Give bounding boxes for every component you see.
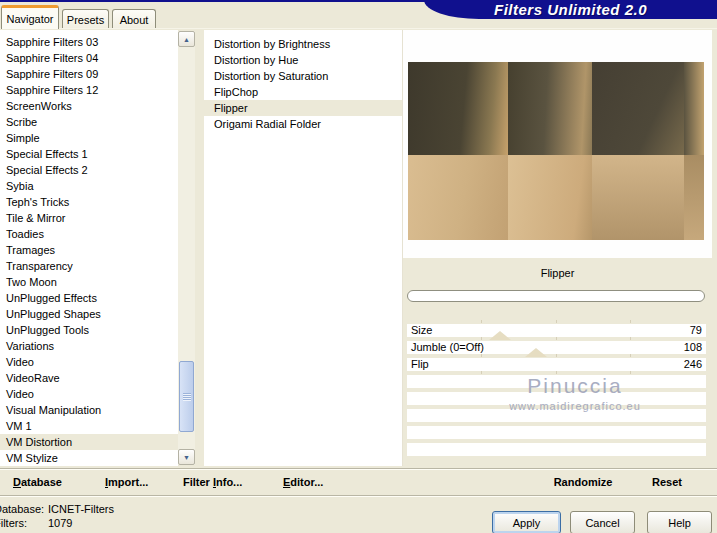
preview-cell: [408, 62, 508, 155]
slider-jumble-thumb[interactable]: [525, 348, 547, 357]
category-item[interactable]: Special Effects 1: [0, 146, 178, 162]
slider-tick: [556, 320, 557, 323]
filter-item-selected[interactable]: Flipper: [204, 100, 402, 116]
category-item[interactable]: ScreenWorks: [0, 98, 178, 114]
database-button[interactable]: Database: [13, 476, 62, 488]
scroll-down-icon[interactable]: ▼: [178, 449, 195, 465]
preview-cell: [592, 155, 684, 240]
category-item-selected[interactable]: VM Distortion: [0, 434, 178, 450]
editor-button[interactable]: Editor...: [283, 476, 323, 488]
watermark-name: Pinuccia: [430, 374, 717, 398]
selected-filter-title: Flipper: [403, 267, 712, 279]
cancel-button[interactable]: Cancel: [570, 511, 635, 533]
filter-item[interactable]: FlipChop: [204, 84, 402, 100]
slider-tick: [556, 337, 557, 340]
category-item[interactable]: Two Moon: [0, 274, 178, 290]
apply-button[interactable]: Apply: [492, 511, 561, 533]
preview-cell: [508, 155, 592, 240]
preview-panel: [403, 30, 712, 258]
category-item[interactable]: Sapphire Filters 09: [0, 66, 178, 82]
button-text: mport...: [108, 476, 148, 488]
divider-line: [0, 495, 717, 497]
category-item[interactable]: Variations: [0, 338, 178, 354]
category-item[interactable]: VideoRave: [0, 370, 178, 386]
tab-presets-label: Presets: [67, 14, 104, 26]
slider-jumble-value: 108: [684, 341, 702, 354]
scrollbar-thumb[interactable]: [179, 361, 194, 432]
filter-info-button[interactable]: Filter Info...: [183, 476, 242, 488]
watermark-url: www.maidiregrafico.eu: [430, 400, 717, 412]
category-item[interactable]: Sapphire Filters 12: [0, 82, 178, 98]
category-item[interactable]: UnPlugged Tools: [0, 322, 178, 338]
slider-flip-label: Flip: [411, 358, 429, 371]
category-item[interactable]: Scribe: [0, 114, 178, 130]
tab-about[interactable]: About: [112, 9, 156, 29]
filter-item[interactable]: Distortion by Hue: [204, 52, 402, 68]
category-item[interactable]: Teph's Tricks: [0, 194, 178, 210]
slider-tick: [481, 320, 482, 323]
category-item[interactable]: Special Effects 2: [0, 162, 178, 178]
title-band: Filters Unlimited 2.0: [424, 0, 717, 19]
tab-presets[interactable]: Presets: [62, 9, 109, 29]
scrollbar-grip: [183, 393, 191, 401]
reset-button[interactable]: Reset: [638, 476, 696, 488]
category-item[interactable]: Simple: [0, 130, 178, 146]
preview-cell: [684, 155, 704, 240]
preview-cell: [684, 62, 704, 155]
category-item[interactable]: UnPlugged Shapes: [0, 306, 178, 322]
category-item[interactable]: Sapphire Filters 04: [0, 50, 178, 66]
button-accel: D: [13, 476, 21, 488]
divider-line: [0, 468, 717, 470]
filter-item[interactable]: Distortion by Brightness: [204, 36, 402, 52]
help-button[interactable]: Help: [647, 511, 712, 533]
category-item[interactable]: Sybia: [0, 178, 178, 194]
slider-tick: [481, 354, 482, 357]
status-filters-value: 1079: [48, 517, 72, 529]
category-item[interactable]: UnPlugged Effects: [0, 290, 178, 306]
category-item[interactable]: Video: [0, 354, 178, 370]
tab-about-label: About: [120, 14, 149, 26]
tabstrip-edge: [0, 28, 717, 29]
category-item[interactable]: Tramages: [0, 242, 178, 258]
button-text: Filter: [183, 476, 213, 488]
progress-bar: [407, 290, 705, 302]
import-button[interactable]: Import...: [105, 476, 148, 488]
tab-navigator[interactable]: Navigator: [1, 5, 59, 29]
apply-label: Apply: [513, 517, 541, 529]
filter-item[interactable]: Origami Radial Folder: [204, 116, 402, 132]
status-database-value: ICNET-Filters: [48, 503, 114, 515]
filters-unlimited-window: Filters Unlimited 2.0 Navigator Presets …: [0, 0, 717, 533]
preview-cell: [408, 155, 508, 240]
category-item[interactable]: Sapphire Filters 03: [0, 34, 178, 50]
category-item[interactable]: Toadies: [0, 226, 178, 242]
filter-list: Distortion by Brightness Distortion by H…: [204, 30, 402, 466]
help-label: Help: [668, 517, 691, 529]
category-item[interactable]: Visual Manipulation: [0, 402, 178, 418]
category-item[interactable]: Video: [0, 386, 178, 402]
status-filters: Filters:1079: [0, 517, 72, 529]
slider-tick: [630, 354, 631, 357]
preview-image: [408, 62, 704, 240]
slider-tick: [481, 337, 482, 340]
category-item[interactable]: Transparency: [0, 258, 178, 274]
slider-size[interactable]: Size 79: [407, 324, 706, 337]
status-database-label: Database:: [0, 503, 48, 515]
empty-slider-row: [407, 426, 706, 439]
slider-jumble[interactable]: Jumble (0=Off) 108: [407, 341, 706, 354]
randomize-button[interactable]: Randomize: [540, 476, 626, 488]
slider-size-thumb[interactable]: [489, 331, 511, 340]
category-scrollbar[interactable]: ▲ ▼: [178, 31, 195, 465]
category-item[interactable]: Tile & Mirror: [0, 210, 178, 226]
button-text: ditor...: [290, 476, 323, 488]
cancel-label: Cancel: [585, 517, 619, 529]
status-database: Database:ICNET-Filters: [0, 503, 114, 515]
category-item[interactable]: VM 1: [0, 418, 178, 434]
category-item[interactable]: VM Stylize: [0, 450, 178, 466]
scroll-up-icon[interactable]: ▲: [178, 31, 195, 47]
randomize-label: Randomize: [554, 476, 613, 488]
slider-flip[interactable]: Flip 246: [407, 358, 706, 371]
slider-tick: [556, 354, 557, 357]
filter-item[interactable]: Distortion by Saturation: [204, 68, 402, 84]
slider-size-label: Size: [411, 324, 432, 337]
slider-size-value: 79: [690, 324, 702, 337]
